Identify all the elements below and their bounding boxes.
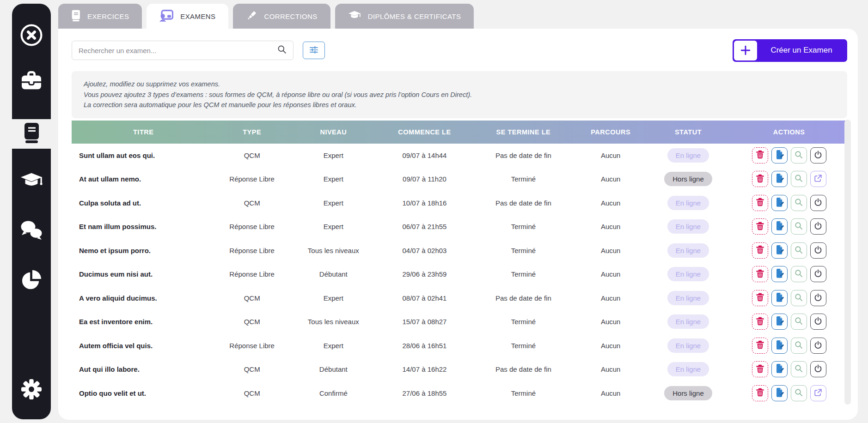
- edit-button[interactable]: [771, 266, 788, 282]
- edit-button[interactable]: [771, 361, 788, 377]
- edit-button[interactable]: [771, 314, 788, 330]
- view-button[interactable]: [791, 171, 807, 187]
- table-row: Autem officia vel quis. Réponse Libre Ex…: [72, 334, 847, 358]
- edit-button[interactable]: [771, 195, 788, 211]
- delete-button[interactable]: [752, 361, 768, 377]
- vertical-scrollbar[interactable]: [844, 120, 851, 405]
- view-button[interactable]: [791, 147, 807, 163]
- edit-button[interactable]: [771, 242, 788, 259]
- file-pen-icon: [775, 245, 784, 256]
- view-button[interactable]: [791, 290, 807, 306]
- exam-start-date: 09/07 à 14h44: [378, 151, 471, 159]
- view-button[interactable]: [791, 338, 807, 354]
- exam-title: Aut qui illo labore.: [72, 365, 215, 373]
- delete-button[interactable]: [752, 385, 768, 401]
- exam-end-date: Terminé: [471, 270, 576, 278]
- trash-icon: [756, 340, 764, 350]
- toggle-button[interactable]: [810, 385, 826, 401]
- edit-button[interactable]: [771, 147, 788, 163]
- table-row: At aut ullam nemo. Réponse Libre Expert …: [72, 167, 847, 191]
- main-area: EXERCICES EXAMENS CORRECTIONS DIPLÔMES &…: [58, 4, 858, 420]
- edit-button[interactable]: [771, 338, 788, 354]
- view-button[interactable]: [791, 385, 807, 401]
- power-icon: [814, 317, 822, 326]
- magnifier-icon: [795, 198, 803, 208]
- exam-type: QCM: [215, 151, 288, 159]
- sidebar-item-close[interactable]: [19, 23, 43, 49]
- exam-end-date: Terminé: [471, 175, 576, 183]
- exam-start-date: 29/06 à 23h59: [378, 270, 471, 278]
- status-badge: En ligne: [667, 148, 709, 163]
- sidebar-item-messages[interactable]: [20, 221, 43, 242]
- edit-button[interactable]: [771, 171, 788, 187]
- toggle-button[interactable]: [810, 290, 826, 306]
- create-exam-button[interactable]: Créer un Examen: [733, 39, 847, 62]
- view-button[interactable]: [791, 242, 807, 259]
- info-line: La correction sera automatique pour les …: [84, 100, 835, 110]
- magnifier-icon: [795, 269, 803, 279]
- sidebar-item-settings[interactable]: [21, 379, 42, 402]
- graduation-cap-icon: [348, 10, 361, 23]
- toggle-button[interactable]: [810, 361, 826, 377]
- view-button[interactable]: [791, 361, 807, 377]
- edit-button[interactable]: [771, 218, 788, 235]
- exam-level: Tous les niveaux: [289, 247, 378, 254]
- info-banner: Ajoutez, modifiez ou supprimez vos exame…: [72, 71, 847, 118]
- magnifier-icon: [795, 293, 803, 303]
- search-input[interactable]: [79, 47, 277, 54]
- row-actions: [731, 290, 847, 306]
- book-icon: [23, 123, 40, 145]
- magnifier-icon: [795, 341, 803, 350]
- edit-button[interactable]: [771, 290, 788, 306]
- edit-button[interactable]: [771, 385, 788, 401]
- toggle-button[interactable]: [810, 266, 826, 282]
- tab-examens[interactable]: EXAMENS: [147, 4, 228, 29]
- tab-diplomes-certificats[interactable]: DIPLÔMES & CERTIFICATS: [335, 4, 474, 29]
- toggle-button[interactable]: [810, 314, 826, 330]
- exam-end-date: Terminé: [471, 389, 576, 397]
- tab-exercices[interactable]: EXERCICES: [58, 4, 142, 29]
- delete-button[interactable]: [752, 195, 768, 211]
- toggle-button[interactable]: [810, 242, 826, 259]
- sidebar-item-workspace[interactable]: [21, 71, 42, 92]
- sidebar-item-diplomas[interactable]: [20, 172, 43, 193]
- view-button[interactable]: [791, 314, 807, 330]
- delete-button[interactable]: [752, 147, 768, 163]
- trash-icon: [756, 150, 764, 160]
- delete-button[interactable]: [752, 266, 768, 282]
- exam-end-date: Terminé: [471, 342, 576, 350]
- delete-button[interactable]: [752, 218, 768, 235]
- view-button[interactable]: [791, 195, 807, 211]
- sidebar-top-block: [12, 4, 51, 119]
- view-button[interactable]: [791, 218, 807, 235]
- row-actions: [731, 195, 847, 211]
- file-pen-icon: [775, 364, 784, 375]
- share-icon: [814, 174, 822, 184]
- toggle-button[interactable]: [810, 338, 826, 354]
- status-badge: En ligne: [667, 243, 709, 258]
- sidebar-item-statistics[interactable]: [21, 270, 42, 292]
- book-icon: [71, 10, 80, 23]
- status-badge: En ligne: [667, 338, 709, 353]
- search-icon: [277, 45, 287, 56]
- search-box: [72, 41, 293, 60]
- filter-button[interactable]: [303, 42, 325, 59]
- toggle-button[interactable]: [810, 171, 826, 187]
- file-pen-icon: [775, 293, 784, 303]
- exam-title: Sunt ullam aut eos qui.: [72, 151, 215, 159]
- status-badge: En ligne: [667, 219, 709, 234]
- status-badge: En ligne: [667, 362, 709, 376]
- toggle-button[interactable]: [810, 195, 826, 211]
- view-button[interactable]: [791, 266, 807, 282]
- delete-button[interactable]: [752, 171, 768, 187]
- exam-title: Ducimus eum nisi aut.: [72, 270, 215, 278]
- toggle-button[interactable]: [810, 147, 826, 163]
- delete-button[interactable]: [752, 338, 768, 354]
- delete-button[interactable]: [752, 314, 768, 330]
- delete-button[interactable]: [752, 242, 768, 259]
- exam-end-date: Pas de date de fin: [471, 199, 576, 207]
- delete-button[interactable]: [752, 290, 768, 306]
- toggle-button[interactable]: [810, 218, 826, 235]
- sidebar-item-exercises[interactable]: [12, 119, 51, 149]
- tab-corrections[interactable]: CORRECTIONS: [233, 4, 330, 29]
